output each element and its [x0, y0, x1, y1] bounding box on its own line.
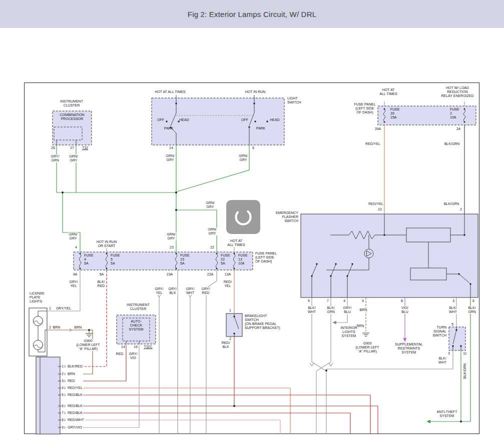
pin-2-license: 2 [49, 326, 52, 330]
pin-1-brakelight: 1 [229, 308, 232, 312]
wire-grn-gry-2: GRN/ GRY [165, 154, 175, 162]
pin-22a: 22A [207, 272, 214, 276]
hot-w-load-reduction: HOT W/ LOAD REDUCTION RELAY ENERGIZED [440, 86, 474, 98]
wire-gry-wht-1: GRY/ WHT [186, 287, 195, 295]
park-2: PARK [256, 126, 266, 130]
pin-26: 26 [51, 146, 56, 150]
wire-brn-1: BRN [53, 326, 61, 330]
wire-blk-grn-3: BLK/ GRN [326, 306, 335, 314]
hot-at-all-times-2: HOT AT ALL TIMES [379, 88, 397, 96]
ground-g900-2: G900 (LOWER LEFT "A" PILLAR) [355, 342, 379, 354]
conn-wire-1: BLK/RED [67, 364, 83, 368]
wire-brn-3: BRN [359, 308, 368, 312]
wire-blk-wht-1: BLK/ WHT [307, 306, 316, 314]
wire-gry-yel-3: GRY/YEL [56, 306, 72, 310]
park-1: PARK [164, 126, 174, 130]
wire-blk-grn-5: BLK/GRN [463, 363, 467, 380]
wire-gry-yel-1: GRY/ YEL [69, 280, 79, 288]
supplemental-restraints-label: SUPPLEMENTAL RESTRAINTS SYSTEM [394, 342, 423, 354]
auto-check-system-label: AUTO- CHECK SYSTEM [129, 320, 144, 332]
wire-gry-red-1: GRY/ RED [201, 287, 211, 295]
pin-14-cluster: 14 [121, 345, 126, 349]
pin-6-lightswitch: 6 [252, 146, 255, 150]
conn-pin-2: 2 [61, 372, 64, 376]
wire-brn-2: BRN [74, 326, 83, 330]
wire-grn-gry-7: GRN/ GRY [207, 228, 217, 236]
brakelight-switch-label: BRAKELIGHT SWITCH (ON BRAKE PEDAL SUPPOR… [244, 314, 281, 330]
pin-5-flasher: 5 [307, 299, 310, 303]
fuse-2-label: FUSE 2 10A [449, 108, 460, 120]
pin-23-fuse: 23 [169, 246, 174, 250]
pin-4a: 4A [73, 272, 78, 276]
pin-13a: 13A [224, 272, 231, 276]
pin-9-flasher: 9 [361, 299, 364, 303]
light-switch-label: LIGHT SWITCH [287, 96, 302, 104]
pin-39a: 39A [374, 127, 381, 131]
wire-gry-grn: GRY/ GRN [51, 154, 60, 162]
wire-red-yel-3: RED/ YEL [223, 280, 233, 288]
wire-red-yel-1: RED/YEL [365, 142, 381, 146]
ground-g900-1: G900 (LOWER LEFT "A" PILLAR) [76, 339, 100, 351]
anti-theft-system-label: ANTI-THEFT SYSTEM [436, 410, 458, 418]
conn-wire-3: RED [67, 379, 76, 383]
license-plate-lights-label: LICENSE PLATE LIGHTS [29, 292, 45, 304]
conn-wire-2: BRN [67, 372, 76, 376]
wire-grn-gry-6: GRN/ GRY [166, 232, 176, 240]
pin-1-license: 1 [49, 306, 52, 310]
wire-blk-grn-2: BLK/GRN [443, 202, 460, 206]
fuse-39-label: FUSE 39 15A [390, 108, 400, 120]
pin-14-lightswitch: 14 [169, 146, 174, 150]
loading-spinner-overlay [226, 200, 260, 234]
wire-grn-gry-1: GRN/ GRY [69, 154, 79, 162]
pin-11-turnsignal: 11 [462, 352, 467, 356]
pin-2-flasher: 2 [459, 208, 462, 212]
wire-red-yel-2: RED/YEL [368, 202, 384, 206]
conn-wire-9: GRY/VIO [67, 426, 83, 430]
wire-grn-gry-3: GRN/ GRY [238, 154, 248, 162]
wire-grn-gry-5: GRN/ GRY [68, 232, 78, 240]
combination-processor-label: COMBINATION PROCESSOR [60, 113, 85, 121]
fuse-5-label: FUSE 5 5A [110, 254, 121, 266]
pin-5a: 5A [99, 272, 105, 276]
conn-wire-6: RED/BLK [67, 404, 83, 408]
pin-4-flasher: 4 [343, 299, 346, 303]
wire-blk-wht-2: BLK/ WHT [448, 306, 457, 314]
instrument-cluster-1-label: INSTRUMENT CLUSTER [60, 100, 84, 108]
hot-at-all-times-1: HOT AT ALL TIMES [154, 90, 186, 94]
pin-2-brakelight: 2 [229, 337, 232, 341]
pin-2a: 2A [456, 127, 461, 131]
emergency-flasher-label: EMERGENCY FLASHER SWITCH [275, 211, 299, 223]
off-1: OFF [157, 118, 165, 122]
conn-wire-8: RED/WHT [67, 418, 85, 422]
wire-blk-wht-3: BLK/ WHT [438, 356, 447, 364]
fuse-23-label: FUSE 23 5A [180, 254, 190, 266]
fuse-panel-label-2: FUSE PANEL (LEFT SIDE OF DASH) [255, 252, 277, 264]
conn-pin-7: 7 [61, 411, 64, 415]
hot-at-all-times-3: HOT AT ALL TIMES [227, 239, 245, 247]
fuse-22-label: FUSE 22 5A [220, 254, 231, 266]
conn-pin-5: 5 [61, 393, 64, 397]
wire-blk-grn-4: BLK/ GRN [467, 306, 476, 314]
wire-gry-blu-1: GRY/ BLU [343, 306, 352, 314]
instrument-cluster-2-label: INSTRUMENT CLUSTER [126, 303, 150, 311]
hot-in-run: HOT IN RUN [245, 90, 266, 94]
pin-3-turnsignal: 3 [447, 352, 450, 356]
pin-8-flasher: 8 [400, 299, 403, 303]
wire-red-blk-1: RED/ BLK [221, 341, 231, 349]
wire-grn-gry-4: GRN/ GRY [205, 201, 215, 209]
pin-27: 27 [70, 146, 75, 150]
pin-23a: 23A [166, 272, 173, 276]
head-2: HEAD [269, 118, 280, 122]
wire-blk-red-1: BLK/ RED [97, 280, 105, 288]
connector-t32c: T32C [143, 345, 153, 349]
wire-gry-vio-1: GRY/ VIO [129, 352, 138, 360]
fuse-13-label: FUSE 13 10A [238, 254, 248, 266]
head-1: HEAD [179, 118, 189, 122]
conn-pin-1: 1 [61, 364, 64, 368]
conn-pin-6: 6 [61, 404, 64, 408]
conn-pin-3: 3 [61, 379, 64, 383]
loading-spinner-icon [232, 206, 254, 228]
hot-in-run-or-start: HOT IN RUN OR START [96, 240, 118, 248]
conn-wire-5: RED/BLK [67, 393, 83, 397]
wire-gry-yel-2: GRY/ YEL [155, 287, 164, 295]
